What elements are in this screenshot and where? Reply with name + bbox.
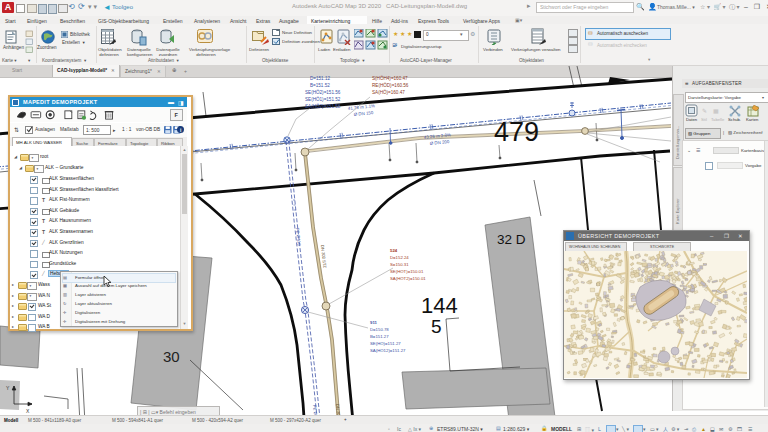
svg-text:D=152.24: D=152.24: [390, 255, 409, 260]
svg-text:S(HÖH4)=160.47: S(HÖH4)=160.47: [372, 75, 408, 81]
svg-text:B=151.52: B=151.52: [310, 83, 330, 88]
svg-text:DN 300 STZ: DN 300 STZ: [320, 245, 327, 269]
svg-text:911: 911: [370, 320, 378, 325]
svg-text:30: 30: [163, 348, 180, 365]
svg-text:479: 479: [494, 117, 539, 147]
svg-text:Ø DN 200: Ø DN 200: [430, 139, 450, 146]
svg-text:SE(HÖ1)=151.52: SE(HÖ1)=151.52: [305, 96, 341, 102]
svg-text:SA(HÖ12)=151.27: SA(HÖ12)=151.27: [370, 348, 406, 353]
svg-text:SE(HÖT)=150.01: SE(HÖT)=150.01: [390, 269, 424, 274]
svg-text:Ø DN 150: Ø DN 150: [354, 110, 374, 117]
svg-text:PE Ø 63: PE Ø 63: [312, 405, 319, 415]
svg-text:D=150.78: D=150.78: [370, 327, 389, 332]
svg-text:DN 300: DN 300: [335, 404, 342, 415]
svg-text:32 D: 32 D: [497, 232, 526, 247]
svg-text:SA(HÖ2)=151.58: SA(HÖ2)=151.58: [305, 103, 341, 109]
svg-text:5: 5: [431, 316, 442, 337]
svg-text:524: 524: [390, 248, 398, 253]
svg-text:PE Ø 110: PE Ø 110: [295, 228, 302, 247]
svg-text:X: X: [26, 408, 30, 414]
svg-text:RE(HÖD)=160.56: RE(HÖD)=160.56: [372, 82, 409, 88]
svg-text:SE(HÖ2)=151.56: SE(HÖ2)=151.56: [305, 89, 341, 95]
svg-text:SA(HÖ)=160.47: SA(HÖ)=160.47: [372, 89, 405, 95]
svg-text:SA(HÖT2)=150.01: SA(HÖT2)=150.01: [390, 276, 426, 281]
svg-text:S=150.31: S=150.31: [390, 262, 409, 267]
svg-text:SE(HÖ)=151.27: SE(HÖ)=151.27: [370, 341, 401, 346]
svg-text:D=151.12: D=151.12: [310, 76, 330, 81]
svg-text:144: 144: [421, 293, 458, 318]
svg-text:B=151.27: B=151.27: [370, 334, 389, 339]
